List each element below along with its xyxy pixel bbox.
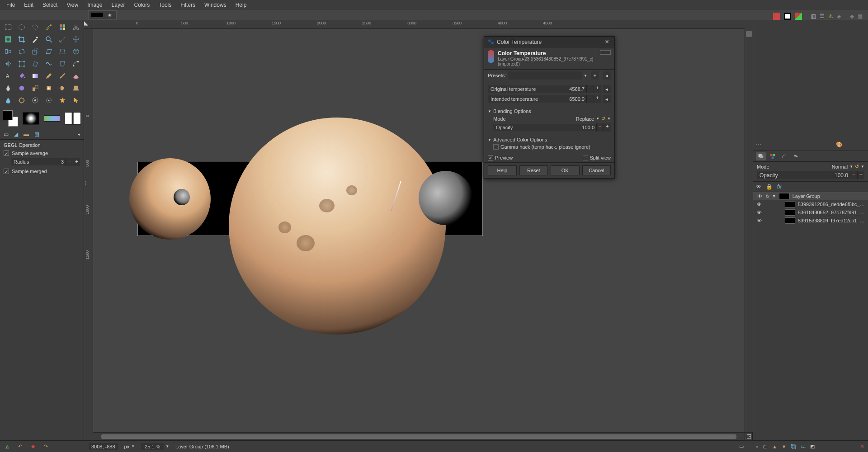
ruler-vertical[interactable]: 050010001500	[84, 29, 93, 432]
images-icon[interactable]: ▧	[34, 131, 39, 137]
orig-temp-value[interactable]: 4568.7	[566, 85, 586, 93]
cancel-op-icon[interactable]: ▭	[739, 443, 748, 449]
fill-fg-icon[interactable]	[773, 13, 780, 20]
visibility-toggle-icon[interactable]: 👁	[756, 184, 761, 190]
lower-layer-icon[interactable]: ▼	[782, 444, 787, 449]
canvas-scrollbar-v[interactable]	[745, 29, 753, 432]
tool-scissors[interactable]	[70, 22, 82, 33]
unit-dropdown[interactable]: px▼	[124, 444, 135, 449]
tool-gegl-op[interactable]	[29, 95, 41, 106]
ok-button[interactable]: OK	[551, 165, 580, 175]
advanced-collapse[interactable]: ▼Advanced Color Options	[488, 137, 611, 142]
reset-button[interactable]: Reset	[519, 165, 548, 175]
ghost-icon2[interactable]: ▦	[858, 13, 863, 19]
menu-windows[interactable]: Windows	[200, 0, 231, 9]
lock-icon[interactable]: 🔒	[766, 184, 773, 190]
tool-move[interactable]	[70, 34, 82, 45]
eye-icon[interactable]: 👁	[756, 210, 763, 215]
dock-menu-button[interactable]: ⋯	[756, 141, 762, 148]
layer-name[interactable]: 53618430652_97c787f991_c.jpg	[798, 210, 865, 215]
blend-mode-dropdown[interactable]: Replace▼ ↺▼	[576, 116, 611, 122]
orig-temp-dec[interactable]: −	[586, 85, 594, 93]
dialog-close-button[interactable]: ✕	[603, 39, 611, 45]
tool-ink[interactable]	[2, 83, 14, 94]
fg-color[interactable]	[3, 110, 13, 120]
menu-view[interactable]: View	[62, 0, 83, 9]
diamond-icon[interactable]: ◈	[837, 13, 841, 19]
tool-mypaint[interactable]	[15, 83, 28, 94]
tool-cage[interactable]	[56, 58, 68, 69]
eye-icon[interactable]: 👁	[756, 218, 763, 223]
intended-temp-inc[interactable]: +	[594, 95, 601, 103]
tool-free-select[interactable]	[29, 22, 41, 33]
new-group-icon[interactable]: 🗀	[763, 444, 768, 449]
tool-paintbrush[interactable]	[56, 71, 68, 81]
ghost-icon1[interactable]: ◆	[850, 13, 854, 19]
ruler-corner[interactable]: ◣	[84, 20, 93, 29]
sample-merged-checkbox[interactable]: ✓	[4, 169, 9, 174]
layer-opacity-dec[interactable]: −	[850, 171, 857, 179]
channels-tab[interactable]	[768, 152, 778, 160]
tool-flip[interactable]	[2, 58, 14, 69]
tool-color-picker[interactable]	[29, 34, 41, 45]
sample-average-checkbox[interactable]: ✓	[4, 151, 9, 156]
help-button[interactable]: Help	[488, 165, 517, 175]
layer-name[interactable]: 53993912086_dedde6f5bc_c.jpg	[798, 202, 865, 207]
tool-3d-transform[interactable]	[70, 46, 82, 57]
warning-icon[interactable]: ⚠	[828, 13, 833, 19]
preset-menu-button[interactable]: ◂	[603, 71, 611, 80]
layer-name[interactable]: 53915338809_f97ed12cb1_c.jpg	[798, 218, 865, 223]
tab-close-button[interactable]: ✬	[106, 12, 113, 18]
merge-icon[interactable]: ⮓	[801, 444, 806, 449]
menu-layer[interactable]: Layer	[107, 0, 130, 9]
tool-gradient[interactable]	[29, 71, 41, 81]
presets-combo[interactable]	[508, 71, 582, 80]
layer-row[interactable]: 👁53993912086_dedde6f5bc_c.jpg	[753, 200, 868, 208]
intended-temp-dec[interactable]: −	[586, 95, 594, 103]
configure-tab-icon[interactable]: ◂	[78, 132, 80, 137]
tool-gegl-graph[interactable]	[42, 95, 55, 106]
radius-inc[interactable]: +	[73, 158, 80, 166]
menu-file[interactable]: File	[2, 0, 19, 9]
tool-ellipse-select[interactable]	[15, 22, 28, 33]
eye-icon[interactable]: 👁	[756, 193, 763, 199]
tool-fuzzy-select[interactable]	[42, 22, 55, 33]
zoom-dropdown[interactable]: 25.1 %▼	[141, 443, 169, 450]
orig-temp-reset[interactable]: ◂	[603, 85, 611, 93]
menu-edit[interactable]: Edit	[19, 0, 38, 9]
tool-scale[interactable]	[29, 46, 41, 57]
layer-row[interactable]: 👁53915338809_f97ed12cb1_c.jpg	[753, 217, 868, 225]
tool-text[interactable]: A	[2, 71, 14, 81]
tool-align[interactable]	[2, 46, 14, 57]
tool-warp[interactable]	[42, 58, 55, 69]
cancel-button[interactable]: Cancel	[582, 165, 611, 175]
blending-collapse[interactable]: ▼Blending Options	[488, 108, 611, 114]
tool-cursor[interactable]	[70, 95, 82, 106]
menu-select[interactable]: Select	[38, 0, 62, 9]
ruler-horizontal[interactable]: 050010001500200025003000350040004500	[93, 20, 745, 29]
pattern-preview[interactable]	[65, 112, 81, 125]
tool-rotate[interactable]	[15, 46, 28, 57]
tool-unified-transform[interactable]	[15, 58, 28, 69]
tool-zoom[interactable]	[42, 34, 55, 45]
tool-eraser[interactable]	[70, 71, 82, 81]
layer-name[interactable]: Layer Group	[793, 193, 820, 199]
mask-icon[interactable]: ◩	[810, 443, 815, 449]
layer-opacity-value[interactable]: 100.0	[832, 171, 850, 179]
gamma-hack-checkbox[interactable]	[493, 144, 499, 150]
menu-tools[interactable]: Tools	[154, 0, 176, 9]
tool-clone[interactable]	[29, 83, 41, 94]
raise-layer-icon[interactable]: ▲	[772, 444, 777, 449]
image-menu-icon[interactable]: ▭	[4, 131, 9, 137]
tool-perspective-clone[interactable]	[70, 83, 82, 94]
undo-status-icon[interactable]: ↶	[18, 443, 22, 449]
fx-icon[interactable]: fx	[777, 184, 781, 190]
tool-by-color-select[interactable]	[56, 22, 68, 33]
preview-checkbox[interactable]: ✓	[488, 155, 493, 160]
orig-temp-inc[interactable]: +	[594, 85, 601, 93]
blend-opacity-inc[interactable]: +	[604, 123, 611, 132]
fg-bg-swatches[interactable]	[3, 110, 18, 127]
tool-perspective[interactable]	[56, 46, 68, 57]
blend-opacity-dec[interactable]: −	[596, 123, 604, 132]
fill-bg-icon[interactable]	[784, 13, 791, 20]
